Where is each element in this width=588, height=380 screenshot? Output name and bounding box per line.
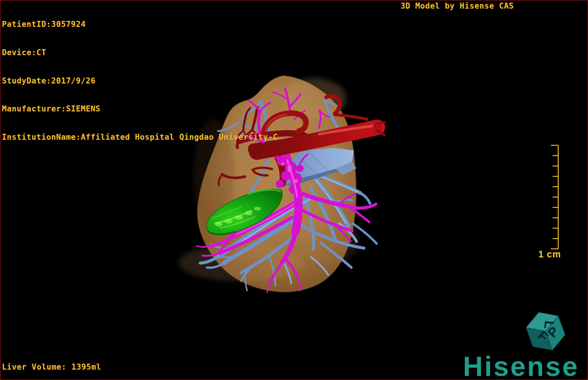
patient-info-overlay: PatientID:3057924 Device:CT StudyDate:20… bbox=[2, 1, 278, 161]
manufacturer-line: Manufacturer:SIEMENS bbox=[2, 104, 278, 114]
scale-label: 1 cm bbox=[539, 249, 561, 259]
scale-bar: 1 cm bbox=[539, 145, 561, 259]
patient-id-line: PatientID:3057924 bbox=[2, 20, 278, 29]
watermark-title: 3D Model by Hisense CAS bbox=[400, 1, 514, 10]
hisense-wordmark: Hisense bbox=[463, 351, 579, 380]
liver-volume-readout: Liver Volume: 1395ml bbox=[2, 362, 101, 371]
cas-3d-viewer: 1 cm L F P PatientID:3057924 Device:CT S… bbox=[0, 0, 588, 380]
hisense-cube-icon: L F P bbox=[523, 307, 568, 356]
device-line: Device:CT bbox=[2, 48, 278, 57]
institution-line: InstitutionName:Affiliated Hospital Qing… bbox=[2, 133, 278, 142]
study-date-line: StudyDate:2017/9/26 bbox=[2, 76, 278, 86]
